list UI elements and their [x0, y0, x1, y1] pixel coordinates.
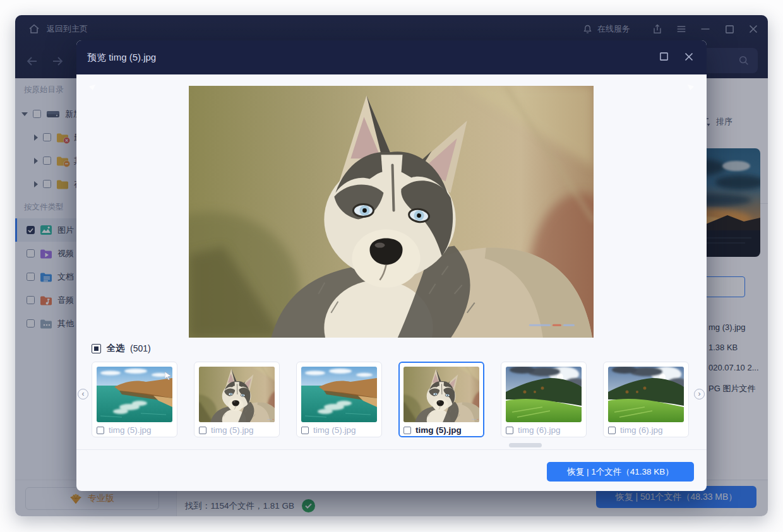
thumb-checkbox[interactable]: [403, 427, 411, 434]
thumb-filename: timg (5).jpg: [313, 425, 356, 435]
preview-image: [189, 86, 594, 338]
thumb-filename: timg (6).jpg: [620, 425, 663, 435]
thumbnail-card-selected[interactable]: timg (5).jpg: [398, 362, 484, 437]
thumb-filename: timg (5).jpg: [415, 425, 462, 435]
preview-dialog-header: 预览 timg (5).jpg: [76, 40, 707, 74]
thumb-filename: timg (5).jpg: [109, 425, 152, 435]
thumb-checkbox[interactable]: [301, 427, 309, 434]
strip-next-icon[interactable]: ›: [694, 389, 705, 399]
thumbnail-card[interactable]: timg (5).jpg: [296, 362, 382, 437]
thumbnail-card[interactable]: timg (5).jpg: [194, 362, 280, 437]
thumbnail-hills-image: [506, 367, 582, 422]
strip-scrollbar[interactable]: [509, 443, 542, 447]
strip-prev-icon[interactable]: ‹: [78, 389, 88, 399]
thumbnail-husky-image: [199, 367, 275, 422]
thumbnail-hills-image: [608, 367, 684, 422]
thumb-checkbox[interactable]: [506, 427, 513, 434]
thumbnail-husky-image: [403, 367, 479, 422]
preview-dialog-title: 预览 timg (5).jpg: [87, 52, 156, 64]
thumbnail-card[interactable]: timg (6).jpg: [603, 362, 689, 437]
select-all-label: 全选: [107, 343, 124, 354]
select-all-checkbox[interactable]: [92, 344, 101, 353]
recover-selected-button[interactable]: 恢复 | 1个文件（41.38 KB）: [547, 462, 694, 482]
thumbnail-strip: timg (5).jpg timg (5).jpg timg (5).jpg t…: [92, 362, 689, 437]
dialog-close-icon[interactable]: [684, 52, 695, 63]
dialog-maximize-icon[interactable]: [659, 52, 671, 63]
thumb-filename: timg (6).jpg: [518, 425, 561, 435]
thumbnail-card[interactable]: timg (6).jpg: [501, 362, 587, 437]
thumbnail-beach-image: [97, 367, 172, 422]
thumb-checkbox[interactable]: [199, 427, 206, 434]
select-all-count: (501): [130, 343, 151, 353]
preview-dialog: 预览 timg (5).jpg 全选 (501) ‹ › timg (5).jp…: [76, 40, 707, 491]
select-all-control[interactable]: 全选 (501): [92, 343, 151, 354]
footer-divider: [76, 449, 707, 450]
thumb-checkbox[interactable]: [608, 427, 616, 434]
mouse-cursor: [165, 372, 172, 380]
thumbnail-beach-image: [301, 367, 377, 422]
thumb-checkbox[interactable]: [97, 427, 104, 434]
thumb-filename: timg (5).jpg: [211, 425, 254, 435]
